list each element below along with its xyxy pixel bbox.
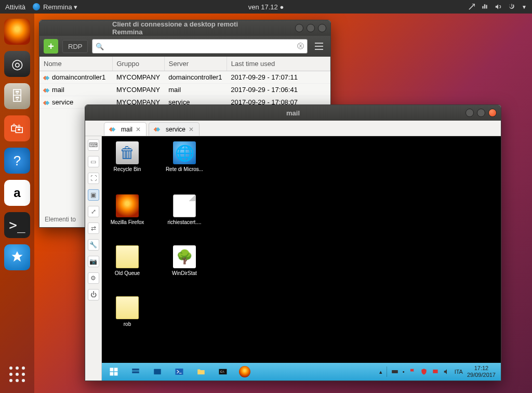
tabbar: mail ✕ service ✕ xyxy=(102,121,501,136)
unity-launcher: ◎ 🗄 🛍 ? a >_ xyxy=(0,14,34,393)
taskbar-powershell[interactable] xyxy=(170,364,188,379)
launcher-terminal[interactable]: >_ xyxy=(4,212,30,238)
desktop-icon-folder[interactable]: Old Queue xyxy=(108,245,147,276)
gnome-topbar: Attività Remmina ▾ ven 17.12 ● ▼ xyxy=(0,0,532,14)
tool-grab[interactable]: ▭ xyxy=(88,156,99,167)
tool-toolbar[interactable]: 🔧 xyxy=(88,239,99,251)
connection-icon xyxy=(44,87,50,94)
desktop-icon-folder[interactable]: rob xyxy=(108,296,147,327)
menu-button[interactable] xyxy=(312,39,326,54)
close-button[interactable] xyxy=(318,24,326,32)
svg-rect-1 xyxy=(114,368,118,372)
search-icon: 🔍 xyxy=(96,43,104,50)
launcher-software[interactable]: 🛍 xyxy=(4,115,30,141)
table-row[interactable]: domaincontroller1 MYCOMPANY domaincontro… xyxy=(39,71,330,84)
search-box[interactable]: 🔍 ⓧ xyxy=(92,39,308,54)
svg-rect-4 xyxy=(132,369,139,371)
svg-rect-5 xyxy=(132,371,139,373)
maximize-button[interactable] xyxy=(477,109,485,117)
tray-network-icon[interactable] xyxy=(432,368,439,375)
tool-switch[interactable]: ⇄ xyxy=(88,222,99,234)
taskbar-clock[interactable]: 17:12 29/09/2017 xyxy=(467,365,498,378)
tool-scale[interactable]: ▣ xyxy=(88,189,99,201)
svg-rect-2 xyxy=(110,372,114,376)
window-title: mail xyxy=(286,109,300,117)
close-tab-icon[interactable]: ✕ xyxy=(136,126,141,133)
col-name[interactable]: Nome xyxy=(39,57,112,71)
close-button[interactable] xyxy=(488,109,497,117)
tray-volume-icon[interactable] xyxy=(443,368,450,375)
launcher-help[interactable]: ? xyxy=(4,148,30,174)
app-menu[interactable]: Remmina ▾ xyxy=(33,3,77,11)
taskbar-app[interactable] xyxy=(149,364,166,379)
launcher-amazon[interactable]: a xyxy=(4,180,30,206)
remmina-session-window: mail mail ✕ service ✕ ⌨ ▭ ⛶ ▣ xyxy=(85,104,501,381)
tab-label: mail xyxy=(121,126,132,133)
start-button[interactable] xyxy=(105,364,123,379)
tray-shield-icon[interactable] xyxy=(420,368,428,375)
col-last[interactable]: Last time used xyxy=(227,57,330,71)
desktop-icon-firefox[interactable]: Mozilla Firefox xyxy=(108,194,147,225)
clear-search-icon[interactable]: ⓧ xyxy=(297,42,304,51)
desktop-icon-recycle-bin[interactable]: 🗑Recycle Bin xyxy=(108,141,147,172)
system-menu-chevron-icon[interactable]: ▼ xyxy=(522,4,527,10)
protocol-selector[interactable]: RDP xyxy=(62,40,88,53)
tool-fullscreen[interactable]: ⛶ xyxy=(88,173,99,184)
connection-icon xyxy=(110,126,116,133)
window-title: Client di connessione a desktop remoti R… xyxy=(112,20,258,36)
taskbar-firefox[interactable] xyxy=(236,364,254,379)
svg-rect-6 xyxy=(154,369,161,375)
system-tray: ▴ • ITA 17:12 29/09/2017 xyxy=(379,365,498,378)
connections-table: Nome Gruppo Server Last time used domain… xyxy=(39,57,330,109)
search-input[interactable] xyxy=(107,43,294,50)
desktop-icon-network[interactable]: 🌐Rete di Micros... xyxy=(165,141,204,172)
power-icon[interactable] xyxy=(508,3,515,10)
session-toolbar xyxy=(85,121,102,136)
tool-disconnect[interactable]: ⏻ xyxy=(88,289,99,300)
tab-service[interactable]: service ✕ xyxy=(149,122,200,136)
tray-separator-icon: • xyxy=(403,369,405,375)
launcher-firefox[interactable] xyxy=(4,19,30,45)
desktop-icon-windirstat[interactable]: WinDirStat xyxy=(165,245,204,276)
launcher-disks[interactable]: ◎ xyxy=(4,51,30,77)
launcher-remmina[interactable] xyxy=(4,244,30,270)
tray-keyboard-icon[interactable] xyxy=(391,368,398,375)
tray-up-icon[interactable]: ▴ xyxy=(379,369,382,375)
titlebar[interactable]: mail xyxy=(85,105,501,121)
col-server[interactable]: Server xyxy=(164,57,227,71)
minimize-button[interactable] xyxy=(295,24,303,32)
desktop-icon-document[interactable]: richiestacert.... xyxy=(165,194,204,225)
activities-button[interactable]: Attività xyxy=(5,3,25,11)
titlebar[interactable]: Client di connessione a desktop remoti R… xyxy=(39,20,330,36)
table-row[interactable]: mail MYCOMPANY mail 2017-09-29 - 17:06:4… xyxy=(39,84,330,96)
vpn-icon[interactable] xyxy=(468,3,475,10)
svg-rect-0 xyxy=(110,368,114,372)
show-applications[interactable] xyxy=(7,364,28,385)
close-tab-icon[interactable]: ✕ xyxy=(189,126,194,133)
minimize-button[interactable] xyxy=(466,109,474,117)
tray-flag-icon[interactable] xyxy=(409,368,416,375)
launcher-files[interactable]: 🗄 xyxy=(4,83,30,109)
svg-rect-11 xyxy=(433,370,437,373)
taskbar-cmd[interactable]: C:\ xyxy=(214,364,232,379)
tool-preferences[interactable]: ⚙ xyxy=(88,272,99,284)
remote-desktop[interactable]: 🗑Recycle Bin 🌐Rete di Micros... Mozilla … xyxy=(102,136,501,381)
clock[interactable]: ven 17.12 ● xyxy=(248,3,284,11)
toolbar: + RDP 🔍 ⓧ xyxy=(39,36,330,57)
network-icon[interactable] xyxy=(481,3,488,10)
tool-screenshot[interactable]: 📷 xyxy=(88,256,99,267)
svg-rect-10 xyxy=(392,370,398,373)
tool-fit[interactable]: ⤢ xyxy=(88,206,99,217)
language-indicator[interactable]: ITA xyxy=(455,369,463,375)
col-group[interactable]: Gruppo xyxy=(112,57,164,71)
new-connection-button[interactable]: + xyxy=(44,39,58,54)
taskbar-server-manager[interactable] xyxy=(127,364,144,379)
volume-icon[interactable] xyxy=(495,3,502,10)
app-menu-label: Remmina ▾ xyxy=(43,3,77,11)
tab-label: service xyxy=(166,126,185,133)
maximize-button[interactable] xyxy=(307,24,315,32)
taskbar-explorer[interactable] xyxy=(192,364,210,379)
connection-icon xyxy=(44,100,50,106)
tab-mail[interactable]: mail ✕ xyxy=(104,122,147,136)
tool-keyboard[interactable]: ⌨ xyxy=(88,139,99,151)
